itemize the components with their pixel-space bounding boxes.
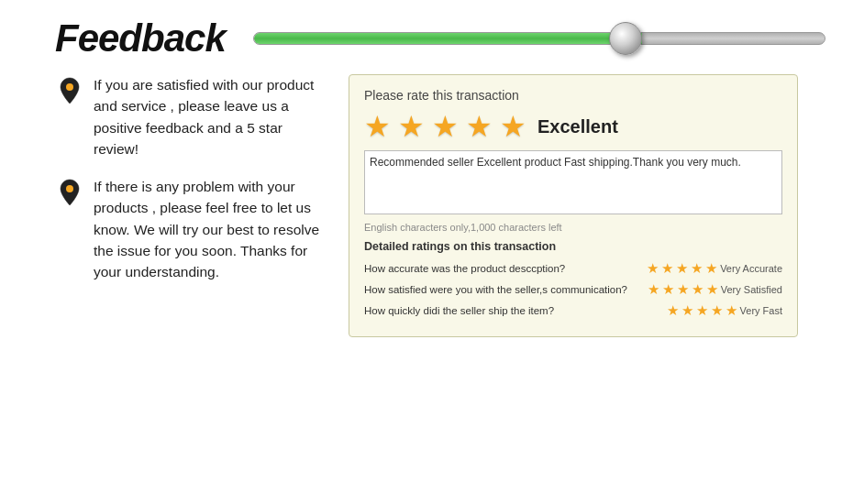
form-title: Please rate this transaction: [364, 88, 782, 103]
label-1: Very Accurate: [720, 263, 782, 274]
mini-stars-1: ★ ★ ★ ★ ★ Very Accurate: [647, 260, 782, 277]
info-text-2: If there is any problem with your produc…: [94, 176, 321, 282]
page-title: Feedback: [55, 16, 226, 60]
star-3[interactable]: ★: [432, 112, 459, 141]
slider-track: [253, 32, 825, 45]
star-5[interactable]: ★: [500, 112, 526, 141]
left-panel: If you are satisfied with our product an…: [55, 74, 321, 337]
label-3: Very Fast: [740, 305, 782, 316]
svg-point-1: [66, 185, 73, 192]
stars-row: ★ ★ ★ ★ ★ Excellent: [364, 112, 782, 141]
star-1[interactable]: ★: [364, 112, 391, 141]
mini-stars-2: ★ ★ ★ ★ ★ Very Satisfied: [648, 281, 782, 298]
location-pin-icon-1: [55, 76, 84, 105]
question-3: How quickly didi the seller ship the ite…: [364, 305, 554, 316]
main-content: If you are satisfied with our product an…: [0, 70, 853, 346]
star-4[interactable]: ★: [466, 112, 493, 141]
star-2[interactable]: ★: [398, 112, 425, 141]
label-2: Very Satisfied: [721, 284, 782, 295]
detailed-row-2: How satisfied were you with the seller,s…: [364, 281, 782, 298]
info-block-1: If you are satisfied with our product an…: [55, 74, 321, 159]
detailed-row-3: How quickly didi the seller ship the ite…: [364, 302, 782, 319]
detailed-row-1: How accurate was the product desccption?…: [364, 260, 782, 277]
question-2: How satisfied were you with the seller,s…: [364, 284, 627, 295]
slider-thumb[interactable]: [609, 22, 642, 55]
info-block-2: If there is any problem with your produc…: [55, 176, 321, 282]
feedback-textarea[interactable]: Recommended seller Excellent product Fas…: [364, 150, 782, 214]
info-text-1: If you are satisfied with our product an…: [94, 74, 321, 159]
detailed-ratings-title: Detailed ratings on this transaction: [364, 240, 782, 253]
mini-stars-3: ★ ★ ★ ★ ★ Very Fast: [667, 302, 782, 319]
slider-fill: [254, 33, 642, 44]
char-limit-text: English characters only,1,000 characters…: [364, 222, 782, 233]
feedback-form: Please rate this transaction ★ ★ ★ ★ ★ E…: [349, 74, 798, 337]
slider-container[interactable]: [253, 26, 825, 51]
svg-point-0: [66, 83, 73, 91]
header: Feedback: [0, 0, 853, 70]
location-pin-icon-2: [55, 178, 84, 207]
question-1: How accurate was the product desccption?: [364, 263, 565, 274]
rating-label: Excellent: [537, 116, 618, 137]
